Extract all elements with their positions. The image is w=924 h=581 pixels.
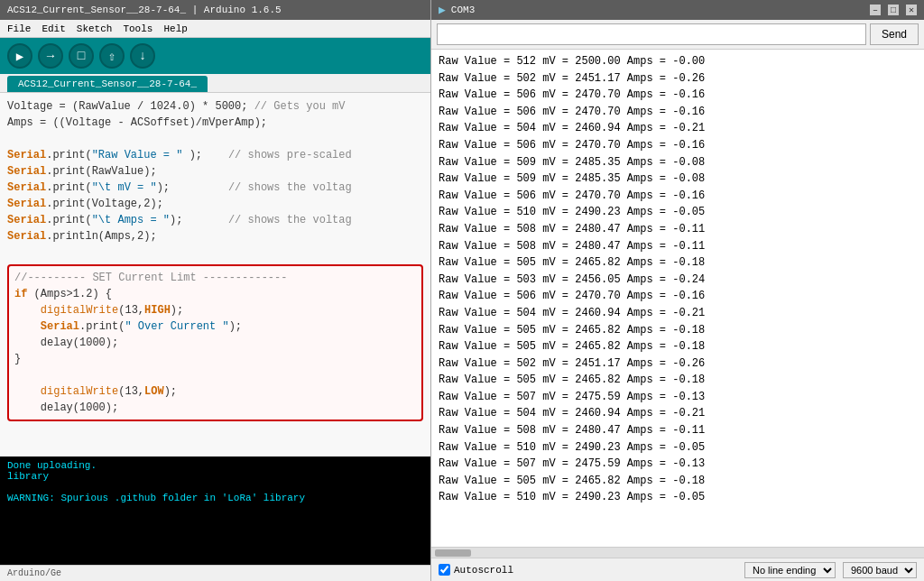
serial-output[interactable]: Raw Value = 512 mV = 2500.00 Amps = -0.0…: [431, 50, 924, 547]
arduino-titlebar: ACS12_Current_Sensor__28-7-64_ | Arduino…: [0, 0, 430, 20]
console-line: [7, 482, 423, 493]
code-line: Serial.print(RawValue);: [7, 163, 423, 180]
maximize-button[interactable]: □: [888, 5, 899, 15]
serial-input-bar: Send: [431, 20, 924, 50]
serial-row: Raw Value = 512 mV = 2500.00 Amps = -0.0…: [439, 53, 917, 70]
arduino-ide-panel: ACS12_Current_Sensor__28-7-64_ | Arduino…: [0, 0, 431, 581]
serial-window-controls: – □ ✕: [870, 5, 917, 15]
code-line: [7, 244, 423, 261]
serial-row: Raw Value = 509 mV = 2485.35 Amps = -0.0…: [439, 171, 917, 188]
send-button[interactable]: Send: [870, 23, 919, 45]
horizontal-scrollbar[interactable]: [431, 547, 924, 558]
serial-row: Raw Value = 504 mV = 2460.94 Amps = -0.2…: [439, 120, 917, 137]
code-line: delay(1000);: [14, 400, 416, 416]
console-line: Done uploading.: [7, 460, 423, 471]
serial-titlebar: ▶ COM3 – □ ✕: [431, 0, 924, 20]
serial-row: Raw Value = 505 mV = 2465.82 Amps = -0.1…: [439, 473, 917, 490]
menu-help[interactable]: Help: [163, 23, 187, 34]
serial-row: Raw Value = 504 mV = 2460.94 Amps = -0.2…: [439, 405, 917, 422]
arduino-title-text: ACS12_Current_Sensor__28-7-64_ | Arduino…: [7, 5, 282, 15]
arduino-console: Done uploading. library WARNING: Spuriou…: [0, 456, 430, 565]
verify-button[interactable]: ▶: [7, 43, 32, 69]
menu-edit[interactable]: Edit: [42, 23, 65, 34]
baud-rate-select[interactable]: 9600 baud: [843, 562, 917, 578]
highlighted-code-block: //--------- SET Current Limt -----------…: [7, 264, 423, 421]
console-line: library: [7, 471, 423, 482]
code-line: Serial.print("Raw Value = " ); // shows …: [7, 147, 423, 163]
code-line: Serial.print("\t mV = "); // shows the v…: [7, 180, 423, 196]
code-line: digitalWrite(13,LOW);: [14, 383, 416, 400]
code-line: Serial.print("\t Amps = "); // shows the…: [7, 212, 423, 228]
serial-row: Raw Value = 502 mV = 2451.17 Amps = -0.2…: [439, 70, 917, 88]
serial-row: Raw Value = 505 mV = 2465.82 Amps = -0.1…: [439, 322, 917, 339]
autoscroll-text: Autoscroll: [454, 565, 513, 576]
serial-row: Raw Value = 506 mV = 2470.70 Amps = -0.1…: [439, 137, 917, 154]
autoscroll-label[interactable]: Autoscroll: [439, 564, 513, 576]
serial-row: Raw Value = 506 mV = 2470.70 Amps = -0.1…: [439, 188, 917, 205]
serial-row: Raw Value = 505 mV = 2465.82 Amps = -0.1…: [439, 372, 917, 389]
serial-row: Raw Value = 503 mV = 2456.05 Amps = -0.2…: [439, 272, 917, 289]
serial-row: Raw Value = 510 mV = 2490.23 Amps = -0.0…: [439, 489, 917, 506]
code-line: }: [14, 351, 416, 367]
serial-input[interactable]: [437, 23, 866, 45]
serial-row: Raw Value = 508 mV = 2480.47 Amps = -0.1…: [439, 422, 917, 439]
autoscroll-checkbox[interactable]: [439, 564, 450, 576]
code-line: [7, 131, 423, 147]
serial-row: Raw Value = 508 mV = 2480.47 Amps = -0.1…: [439, 238, 917, 255]
code-line: Serial.print(Voltage,2);: [7, 196, 423, 212]
code-line: [14, 367, 416, 383]
arduino-toolbar: ▶ → □ ⇧ ↓: [0, 38, 430, 74]
line-ending-select[interactable]: No line ending: [744, 562, 836, 578]
code-line: Serial.print(" Over Current ");: [14, 318, 416, 335]
code-line: Amps = ((Voltage - ACSoffset)/mVperAmp);: [7, 115, 423, 131]
upload-button[interactable]: →: [38, 43, 63, 69]
serial-row: Raw Value = 504 mV = 2460.94 Amps = -0.2…: [439, 305, 917, 322]
scrollbar-thumb[interactable]: [435, 549, 471, 557]
minimize-button[interactable]: –: [870, 5, 881, 15]
menu-sketch[interactable]: Sketch: [77, 23, 113, 34]
serial-row: Raw Value = 506 mV = 2470.70 Amps = -0.1…: [439, 87, 917, 104]
code-line: digitalWrite(13,HIGH);: [14, 302, 416, 318]
code-line: Serial.println(Amps,2);: [7, 228, 423, 244]
serial-row: Raw Value = 510 mV = 2490.23 Amps = -0.0…: [439, 204, 917, 221]
open-button[interactable]: ⇧: [99, 43, 125, 69]
console-line: WARNING: Spurious .github folder in 'LoR…: [7, 493, 423, 503]
serial-row: Raw Value = 508 mV = 2480.47 Amps = -0.1…: [439, 221, 917, 238]
serial-row: Raw Value = 509 mV = 2485.35 Amps = -0.0…: [439, 154, 917, 171]
serial-row: Raw Value = 506 mV = 2470.70 Amps = -0.1…: [439, 104, 917, 121]
code-line: if (Amps>1.2) {: [14, 286, 416, 302]
save-button[interactable]: ↓: [130, 43, 155, 69]
arduino-statusbar: Arduino/Ge: [0, 565, 430, 581]
tab-label[interactable]: ACS12_Current_Sensor__28-7-64_: [7, 76, 208, 92]
code-line: //--------- SET Current Limt -----------…: [14, 270, 416, 286]
code-line: delay(1000);: [14, 335, 416, 351]
menu-file[interactable]: File: [7, 23, 31, 34]
serial-footer: Autoscroll No line ending 9600 baud: [431, 558, 924, 581]
menu-tools[interactable]: Tools: [123, 23, 152, 34]
serial-row: Raw Value = 507 mV = 2475.59 Amps = -0.1…: [439, 389, 917, 406]
serial-monitor-panel: ▶ COM3 – □ ✕ Send Raw Value = 512 mV = 2…: [431, 0, 924, 581]
close-button[interactable]: ✕: [906, 5, 917, 15]
serial-row: Raw Value = 506 mV = 2470.70 Amps = -0.1…: [439, 288, 917, 305]
arduino-menubar: File Edit Sketch Tools Help: [0, 20, 430, 38]
code-line: Voltage = (RawValue / 1024.0) * 5000; //…: [7, 98, 423, 115]
serial-row: Raw Value = 505 mV = 2465.82 Amps = -0.1…: [439, 254, 917, 272]
serial-row: Raw Value = 510 mV = 2490.23 Amps = -0.0…: [439, 439, 917, 456]
new-button[interactable]: □: [69, 43, 94, 69]
serial-title-text: COM3: [451, 5, 475, 15]
serial-row: Raw Value = 507 mV = 2475.59 Amps = -0.1…: [439, 456, 917, 473]
serial-row: Raw Value = 502 mV = 2451.17 Amps = -0.2…: [439, 355, 917, 373]
serial-icon: ▶: [439, 3, 446, 17]
serial-row: Raw Value = 505 mV = 2465.82 Amps = -0.1…: [439, 338, 917, 355]
arduino-editor[interactable]: Voltage = (RawValue / 1024.0) * 5000; //…: [0, 93, 430, 456]
arduino-tab: ACS12_Current_Sensor__28-7-64_: [0, 74, 430, 93]
statusbar-text: Arduino/Ge: [7, 568, 61, 578]
